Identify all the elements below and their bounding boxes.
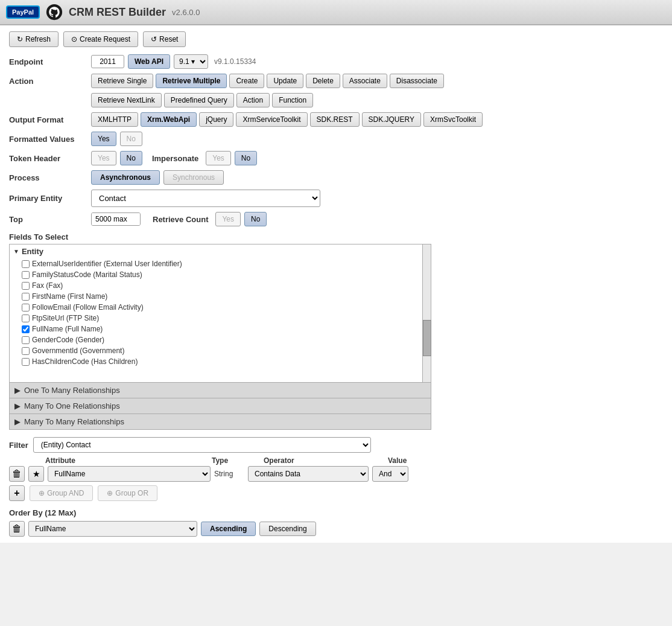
action-retrieve-nextlink[interactable]: Retrieve NextLink	[91, 93, 162, 107]
fields-label: Fields To Select	[9, 232, 663, 241]
output-sdk-jquery[interactable]: SDK.JQUERY	[362, 112, 421, 127]
filter-columns: Attribute Type Operator Value	[45, 456, 663, 465]
create-icon: ⊙	[71, 35, 77, 43]
tree-arrow[interactable]: ▼	[13, 248, 19, 255]
action-associate[interactable]: Associate	[343, 74, 387, 88]
list-item: GenderCode (Gender)	[10, 334, 414, 345]
list-item: FamilyStatusCode (Marital Status)	[10, 269, 414, 280]
col-value: Value	[388, 456, 509, 465]
output-xmlhttp[interactable]: XMLHTTP	[91, 112, 138, 127]
formatted-values-yes[interactable]: Yes	[91, 132, 116, 146]
star-filter-btn[interactable]: ★	[28, 466, 44, 482]
create-request-button[interactable]: ⊙ Create Request	[63, 31, 138, 47]
output-format-btn-group: XMLHTTP Xrm.WebApi jQuery XrmServiceTool…	[91, 112, 483, 127]
ascending-btn[interactable]: Ascending	[201, 522, 256, 536]
endpoint-port-input[interactable]	[91, 55, 124, 68]
one-to-many-row[interactable]: ▶ One To Many Relationships	[9, 383, 431, 398]
fields-section: Fields To Select ▼ Entity ExternalUserId…	[9, 232, 663, 430]
app-header: PayPal CRM REST Builder v2.6.0.0	[0, 0, 672, 25]
output-jquery[interactable]: jQuery	[199, 112, 233, 127]
filter-entity-select[interactable]: (Entity) Contact	[33, 437, 371, 453]
action-predefined-query[interactable]: Predefined Query	[164, 93, 234, 107]
formatted-values-label: Formatted Values	[9, 135, 87, 144]
top-label: Top	[9, 215, 87, 224]
api-version-select[interactable]: 9.1 ▾	[174, 54, 208, 69]
and-or-select[interactable]: And Or	[372, 466, 408, 482]
order-by-select[interactable]: FullName FirstName LastName	[28, 521, 197, 537]
primary-entity-select[interactable]: Contact Account Lead	[91, 190, 320, 207]
refresh-icon: ↻	[17, 35, 23, 43]
action-function[interactable]: Function	[272, 93, 313, 107]
field-family-status-checkbox[interactable]	[22, 271, 30, 279]
retrieve-count-label: Retrieve Count	[153, 215, 208, 224]
web-api-button[interactable]: Web API	[128, 54, 170, 69]
scrollbar[interactable]	[423, 244, 431, 383]
output-xrm-service-toolkit[interactable]: XrmServiceToolkit	[236, 112, 307, 127]
action-update[interactable]: Update	[267, 74, 303, 88]
descending-btn[interactable]: Descending	[259, 522, 315, 536]
token-header-no[interactable]: No	[120, 151, 142, 165]
field-ftp-site-checkbox[interactable]	[22, 315, 30, 322]
add-filter-btn[interactable]: +	[9, 485, 25, 501]
output-format-row: Output Format XMLHTTP Xrm.WebApi jQuery …	[9, 112, 663, 127]
list-item: FtpSiteUrl (FTP Site)	[10, 313, 414, 324]
fields-tree: ▼ Entity ExternalUserIdentifier (Externa…	[9, 244, 423, 383]
attribute-select[interactable]: FullName	[48, 466, 211, 482]
group-buttons: + ⊕ Group AND ⊕ Group OR	[9, 485, 663, 501]
type-text: String	[214, 470, 244, 478]
field-fax-checkbox[interactable]	[22, 282, 30, 290]
group-or-btn[interactable]: ⊕ Group OR	[98, 485, 157, 501]
process-async[interactable]: Asynchronous	[91, 170, 160, 185]
action-btn-group-2: Retrieve NextLink Predefined Query Actio…	[91, 93, 313, 107]
field-has-children-checkbox[interactable]	[22, 358, 30, 366]
action-create[interactable]: Create	[229, 74, 264, 88]
field-external-user-checkbox[interactable]	[22, 260, 30, 268]
group-and-btn[interactable]: ⊕ Group AND	[30, 485, 93, 501]
filter-section: Filter (Entity) Contact Attribute Type O…	[9, 437, 663, 501]
action-delete[interactable]: Delete	[306, 74, 340, 88]
formatted-values-no[interactable]: No	[120, 132, 142, 146]
version-text: v9.1.0.15334	[214, 57, 256, 66]
top-input[interactable]	[92, 213, 140, 225]
order-section: Order By (12 Max) 🗑 FullName FirstName L…	[9, 508, 663, 537]
scrollbar-thumb	[423, 320, 431, 356]
field-follow-email-checkbox[interactable]	[22, 304, 30, 311]
field-full-name-checkbox[interactable]	[22, 325, 30, 333]
output-format-label: Output Format	[9, 115, 87, 124]
action-disassociate[interactable]: Disassociate	[390, 74, 444, 88]
tree-root: ▼ Entity	[10, 244, 414, 258]
col-attribute: Attribute	[45, 456, 208, 465]
field-gender-code-checkbox[interactable]	[22, 336, 30, 344]
impersonate-yes[interactable]: Yes	[206, 151, 231, 165]
top-row: Top Retrieve Count Yes No	[9, 212, 663, 226]
process-label: Process	[9, 173, 87, 182]
refresh-button[interactable]: ↻ Refresh	[9, 31, 59, 47]
retrieve-count-no[interactable]: No	[244, 212, 267, 226]
impersonate-no[interactable]: No	[235, 151, 257, 165]
many-to-one-row[interactable]: ▶ Many To One Relationships	[9, 398, 431, 414]
action-action[interactable]: Action	[236, 93, 270, 107]
output-xrm-webapi[interactable]: Xrm.WebApi	[141, 112, 197, 127]
order-row: 🗑 FullName FirstName LastName Ascending …	[9, 521, 663, 537]
token-header-yes[interactable]: Yes	[91, 151, 116, 165]
action-retrieve-single[interactable]: Retrieve Single	[91, 74, 153, 88]
group-or-icon: ⊕	[107, 489, 113, 497]
list-item: HasChildrenCode (Has Children)	[10, 356, 414, 367]
field-government-id-checkbox[interactable]	[22, 347, 30, 355]
output-xrm-svc-toolkit[interactable]: XrmSvcToolkit	[423, 112, 483, 127]
process-sync[interactable]: Synchronous	[163, 170, 224, 185]
output-sdk-rest[interactable]: SDK.REST	[310, 112, 360, 127]
delete-filter-btn[interactable]: 🗑	[9, 466, 25, 482]
delete-order-btn[interactable]: 🗑	[9, 521, 25, 537]
token-header-row: Token Header Yes No Impersonate Yes No	[9, 151, 663, 165]
paypal-button[interactable]: PayPal	[6, 5, 40, 19]
field-first-name-checkbox[interactable]	[22, 293, 30, 301]
operator-select[interactable]: Contains Data Equals Not Equals Contains…	[248, 466, 369, 482]
reset-button[interactable]: ↺ Reset	[143, 31, 186, 47]
filter-header: Filter (Entity) Contact	[9, 437, 663, 453]
formatted-values-row: Formatted Values Yes No	[9, 132, 663, 146]
many-to-many-row[interactable]: ▶ Many To Many Relationships	[9, 414, 431, 430]
action-retrieve-multiple[interactable]: Retrieve Multiple	[156, 74, 227, 88]
retrieve-count-yes[interactable]: Yes	[215, 212, 241, 226]
list-item: FullName (Full Name)	[10, 324, 414, 334]
